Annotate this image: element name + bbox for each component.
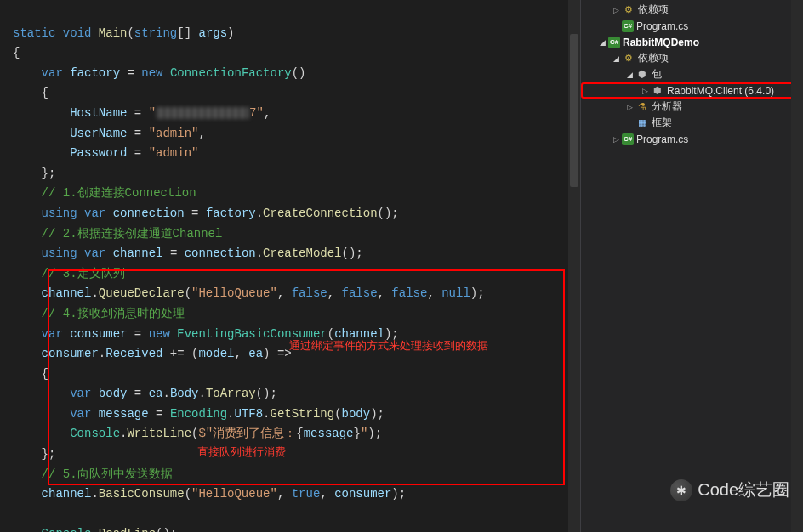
tree-item[interactable]: ⬢包: [581, 66, 803, 82]
csproj-icon: C#: [608, 37, 620, 48]
kw-null: null: [441, 286, 470, 300]
kw-var4: var: [42, 327, 63, 341]
dep-icon: ⚙: [622, 53, 635, 65]
ident-connection: connection: [113, 207, 185, 220]
tree-item-label: 框架: [652, 116, 672, 130]
nuget-icon: ⬢: [651, 85, 664, 97]
editor-scrollbar-thumb[interactable]: [570, 34, 578, 187]
collapsed-caret-icon[interactable]: [624, 103, 635, 111]
tree-item[interactable]: ⚗分析器: [581, 99, 803, 115]
str-admin2: "admin": [149, 146, 199, 160]
method-createmodel: CreateModel: [263, 246, 341, 260]
tree-item[interactable]: ⚙依赖项: [581, 2, 803, 18]
str-helloqueue2: "HelloQueue": [191, 487, 277, 501]
prop-body: Body: [170, 387, 199, 400]
param-model: model: [198, 347, 234, 360]
tree-item[interactable]: ⬢RabbitMQ.Client (6.4.0): [581, 82, 803, 99]
kw-static: static: [13, 26, 55, 40]
method-getstring: GetString: [271, 407, 335, 421]
ident-message: message: [99, 407, 149, 421]
expanded-caret-icon[interactable]: [610, 54, 622, 63]
ident-consumer: consumer: [70, 327, 127, 341]
type-connectionfactory: ConnectionFactory: [170, 66, 292, 80]
method-toarray: ToArray: [206, 387, 256, 400]
caret-none: [624, 119, 635, 127]
str-admin1: "admin": [149, 127, 199, 140]
bool-f1: false: [292, 286, 327, 300]
kw-using1: using: [42, 207, 77, 220]
editor-scrollbar[interactable]: [568, 0, 580, 532]
kw-var2: var: [84, 207, 105, 220]
kw-void: void: [63, 26, 92, 40]
kw-new2: new: [149, 327, 170, 341]
collapsed-caret-icon[interactable]: [610, 135, 622, 144]
prop-username: UserName: [70, 127, 127, 140]
prop-password: Password: [70, 146, 127, 160]
ident-channel2: channel: [42, 286, 92, 300]
ident-message2: message: [304, 427, 354, 440]
ident-factory: factory: [70, 66, 120, 80]
comment-1: // 1.创建连接Connection: [42, 186, 196, 200]
kw-var: var: [42, 66, 63, 80]
tree-item[interactable]: ⚙依赖项: [581, 50, 803, 66]
tree-item-label: Program.cs: [636, 133, 688, 145]
tree-item-label: 依赖项: [638, 3, 669, 17]
solution-explorer[interactable]: ⚙依赖项 C#Program.csC#RabbitMQDemo⚙依赖项⬢包⬢Ra…: [580, 0, 803, 532]
tree-item[interactable]: C#Program.cs: [581, 131, 803, 147]
type-ebc: EventingBasicConsumer: [177, 327, 327, 341]
method-createconnection: CreateConnection: [263, 207, 377, 220]
method-queuedeclare: QueueDeclare: [99, 286, 185, 300]
kw-string: string: [134, 26, 177, 40]
expanded-caret-icon[interactable]: [624, 71, 635, 79]
type-console2: Console: [42, 527, 92, 532]
cs-icon: C#: [622, 20, 634, 32]
tree-item-label: 包: [652, 67, 662, 82]
solution-scrollbar[interactable]: [791, 0, 803, 532]
tree-item[interactable]: C#Program.cs: [581, 18, 803, 34]
kw-var5: var: [70, 387, 91, 400]
ident-body2: body: [342, 407, 371, 421]
ident-channel: channel: [113, 246, 163, 260]
comment-4: // 4.接收到消息时的处理: [42, 307, 185, 320]
expanded-caret-icon[interactable]: [596, 38, 608, 47]
kw-new: new: [141, 66, 162, 80]
collapsed-caret-icon[interactable]: [639, 87, 651, 95]
str-consumed-a: $"消费到了信息：: [198, 427, 296, 440]
code-editor[interactable]: static void Main(string[] args) { var fa…: [0, 0, 580, 532]
tree-item[interactable]: ▦框架: [581, 115, 803, 131]
tree-item-label: 依赖项: [638, 51, 669, 65]
ident-channel3: channel: [334, 327, 384, 341]
str-host-end: 7": [249, 106, 264, 120]
method-readline: ReadLine: [99, 527, 156, 532]
tree-item-label: RabbitMQDemo: [623, 37, 699, 48]
cs-icon: C#: [622, 133, 634, 145]
code-content[interactable]: static void Main(string[] args) { var fa…: [0, 0, 580, 532]
dep-icon: ⚙: [622, 4, 635, 16]
bool-t: true: [292, 487, 321, 501]
param-args: args: [199, 26, 228, 40]
framework-icon: ▦: [635, 117, 649, 129]
ident-consumer3: consumer: [334, 487, 391, 501]
caret-none: [610, 22, 622, 31]
pkg-icon: ⬢: [635, 69, 649, 81]
watermark: ✱ Code综艺圈: [670, 478, 789, 501]
watermark-text: Code综艺圈: [698, 478, 789, 501]
tree-item-label: RabbitMQ.Client (6.4.0): [667, 85, 774, 97]
collapsed-caret-icon[interactable]: [610, 6, 622, 14]
type-console: Console: [70, 427, 120, 440]
ident-body: body: [99, 387, 128, 400]
prop-utf8: UTF8: [235, 407, 264, 421]
solution-tree[interactable]: ⚙依赖项 C#Program.csC#RabbitMQDemo⚙依赖项⬢包⬢Ra…: [581, 0, 803, 147]
tree-item-label: 分析器: [652, 99, 682, 114]
tree-item-label: Program.cs: [636, 20, 688, 32]
bool-f3: false: [391, 286, 427, 300]
str-helloqueue1: "HelloQueue": [191, 286, 277, 300]
ident-channel4: channel: [42, 487, 92, 501]
ident-consumer2: consumer: [42, 347, 99, 360]
kw-using2: using: [42, 246, 77, 260]
kw-var3: var: [84, 246, 105, 260]
type-encoding: Encoding: [170, 407, 227, 421]
comment-3: // 3.定义队列: [42, 267, 125, 280]
tree-item[interactable]: C#RabbitMQDemo: [581, 34, 803, 50]
ident-connection2: connection: [185, 246, 256, 260]
